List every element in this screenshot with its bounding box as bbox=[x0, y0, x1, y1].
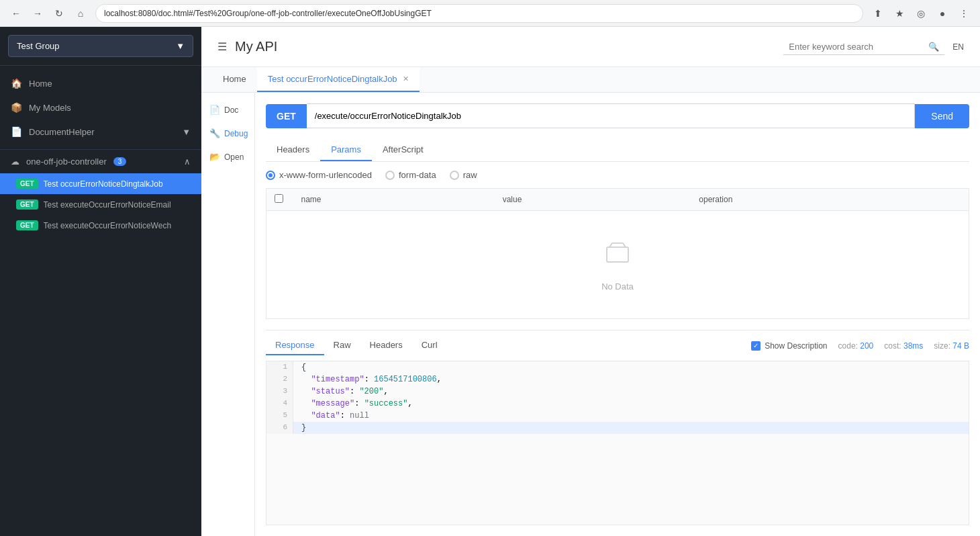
encoding-form-data-label: form-data bbox=[399, 170, 436, 180]
debug-icon: 🔧 bbox=[209, 128, 220, 138]
line-content-3: "status": "200", bbox=[293, 386, 397, 398]
endpoint-label-2: Test executeOccurErrorNoticeWech bbox=[44, 221, 172, 230]
code-line-3: 3 "status": "200", bbox=[266, 386, 969, 398]
address-bar[interactable]: localhost:8080/doc.html#/Test%20Group/on… bbox=[95, 4, 863, 23]
header-right: 🔍 EN bbox=[783, 39, 964, 55]
secondary-nav-open[interactable]: 📂 Open bbox=[201, 145, 254, 169]
response-meta: ✓ Show Description code: 200 cost: 38ms … bbox=[751, 341, 969, 351]
response-section: Response Raw Headers Curl bbox=[266, 330, 969, 525]
main-content: ☰ My API 🔍 EN Home Test occurErrorNotice… bbox=[201, 27, 980, 536]
browser-chrome: ← → ↻ ⌂ localhost:8080/doc.html#/Test%20… bbox=[0, 0, 980, 27]
request-tab-params[interactable]: Params bbox=[320, 139, 372, 161]
reload-button[interactable]: ↻ bbox=[50, 4, 68, 23]
content-area: 📄 Doc 🔧 Debug 📂 Open GET Send bbox=[201, 93, 980, 536]
request-tab-headers-label: Headers bbox=[277, 144, 309, 154]
show-description-checkbox[interactable]: ✓ bbox=[751, 341, 761, 351]
sidebar-header: Test Group ▼ bbox=[0, 27, 201, 66]
models-icon: 📦 bbox=[11, 102, 22, 113]
tab-close-icon[interactable]: ✕ bbox=[403, 75, 409, 83]
search-icon[interactable]: 🔍 bbox=[928, 42, 939, 52]
back-button[interactable]: ← bbox=[7, 4, 26, 23]
params-section: x-www-form-urlencoded form-data raw bbox=[266, 170, 969, 319]
radio-url-encoded-indicator bbox=[266, 171, 275, 180]
show-description-toggle[interactable]: ✓ Show Description bbox=[751, 341, 827, 351]
th-value: value bbox=[495, 189, 691, 211]
chevron-down-icon: ▼ bbox=[176, 41, 185, 51]
browser-menu-button[interactable]: ⋮ bbox=[954, 4, 973, 23]
code-line-6: 6 } bbox=[266, 422, 969, 434]
secondary-nav-debug-label: Debug bbox=[224, 129, 248, 138]
browser-share-button[interactable]: ⬆ bbox=[869, 4, 887, 23]
svg-rect-0 bbox=[607, 247, 628, 262]
th-checkbox bbox=[266, 189, 293, 211]
tab-home[interactable]: Home bbox=[212, 67, 257, 92]
encoding-url-encoded-label: x-www-form-urlencoded bbox=[279, 170, 372, 180]
tab-home-label: Home bbox=[223, 74, 246, 84]
sidebar-item-document-helper-label: DocumentHelper bbox=[29, 127, 95, 137]
group-selector[interactable]: Test Group ▼ bbox=[8, 35, 193, 57]
sidebar-item-my-models[interactable]: 📦 My Models bbox=[0, 95, 201, 120]
request-tab-afterscript-label: AfterScript bbox=[383, 144, 424, 154]
request-tab-afterscript[interactable]: AfterScript bbox=[372, 139, 434, 161]
request-tabs: Headers Params AfterScript bbox=[266, 139, 969, 162]
app-title: My API bbox=[235, 39, 277, 54]
th-operation: operation bbox=[691, 189, 969, 211]
group-selector-label: Test Group bbox=[17, 41, 60, 51]
sidebar-nav: 🏠 Home 📦 My Models 📄 DocumentHelper ▼ bbox=[0, 66, 201, 149]
response-tab-headers-label: Headers bbox=[370, 340, 403, 350]
sidebar-endpoint-0[interactable]: GET Test occurErrorNoticeDingtalkJob bbox=[0, 173, 201, 194]
encoding-raw[interactable]: raw bbox=[450, 170, 477, 180]
table-header-row: name value operation bbox=[266, 189, 969, 211]
app-container: Test Group ▼ 🏠 Home 📦 My Models 📄 Docume… bbox=[0, 27, 980, 536]
request-tab-headers[interactable]: Headers bbox=[266, 139, 320, 161]
endpoint-label-1: Test executeOccurErrorNoticeEmail bbox=[44, 200, 171, 210]
open-icon: 📂 bbox=[209, 152, 220, 162]
home-button[interactable]: ⌂ bbox=[71, 4, 90, 23]
sidebar-endpoint-2[interactable]: GET Test executeOccurErrorNoticeWech bbox=[0, 215, 201, 236]
params-table: name value operation bbox=[266, 188, 969, 211]
browser-bookmark-button[interactable]: ★ bbox=[890, 4, 909, 23]
browser-ext1-button[interactable]: ◎ bbox=[912, 4, 930, 23]
response-tab-response[interactable]: Response bbox=[266, 336, 324, 355]
code-line-2: 2 "timestamp": 1654517100806, bbox=[266, 373, 969, 386]
encoding-form-data[interactable]: form-data bbox=[385, 170, 436, 180]
method-badge-get-1: GET bbox=[16, 199, 38, 210]
secondary-nav-debug[interactable]: 🔧 Debug bbox=[201, 122, 254, 145]
show-description-label: Show Description bbox=[765, 341, 827, 351]
line-num-4: 4 bbox=[266, 398, 293, 410]
select-all-checkbox[interactable] bbox=[275, 194, 283, 203]
request-tab-params-label: Params bbox=[331, 144, 361, 154]
response-tab-raw[interactable]: Raw bbox=[324, 336, 360, 355]
radio-form-data-indicator bbox=[385, 171, 395, 180]
encoding-url-encoded[interactable]: x-www-form-urlencoded bbox=[266, 170, 372, 180]
response-tab-curl[interactable]: Curl bbox=[412, 336, 447, 355]
line-num-6: 6 bbox=[266, 422, 293, 434]
sidebar-item-my-models-label: My Models bbox=[29, 103, 71, 113]
forward-button[interactable]: → bbox=[28, 4, 47, 23]
response-size-label: size: 74 B bbox=[934, 341, 969, 351]
sidebar: Test Group ▼ 🏠 Home 📦 My Models 📄 Docume… bbox=[0, 27, 201, 536]
line-content-1: { bbox=[293, 361, 314, 373]
tab-dingtalk[interactable]: Test occurErrorNoticeDingtalkJob ✕ bbox=[257, 67, 420, 92]
browser-nav-buttons: ← → ↻ ⌂ bbox=[7, 4, 90, 23]
send-button[interactable]: Send bbox=[915, 104, 969, 128]
method-badge-get-2: GET bbox=[16, 220, 38, 230]
hamburger-icon[interactable]: ☰ bbox=[217, 40, 227, 53]
search-input[interactable] bbox=[789, 42, 923, 52]
response-tab-headers[interactable]: Headers bbox=[360, 336, 412, 355]
url-input[interactable] bbox=[307, 103, 916, 128]
home-icon: 🏠 bbox=[11, 78, 22, 89]
sidebar-section-header[interactable]: ☁ one-off-job-controller 3 ∧ bbox=[0, 150, 201, 173]
language-button[interactable]: EN bbox=[952, 42, 964, 52]
sidebar-endpoint-1[interactable]: GET Test executeOccurErrorNoticeEmail bbox=[0, 194, 201, 215]
sidebar-item-home[interactable]: 🏠 Home bbox=[0, 71, 201, 95]
sidebar-item-document-helper[interactable]: 📄 DocumentHelper ▼ bbox=[0, 120, 201, 144]
no-data-text: No Data bbox=[601, 281, 634, 292]
sidebar-section-controller: ☁ one-off-job-controller 3 ∧ GET Test oc… bbox=[0, 149, 201, 236]
code-line-5: 5 "data": null bbox=[266, 410, 969, 422]
browser-ext2-button[interactable]: ● bbox=[933, 4, 952, 23]
method-selector[interactable]: GET bbox=[266, 104, 307, 128]
secondary-nav-doc[interactable]: 📄 Doc bbox=[201, 98, 254, 122]
top-header: ☰ My API 🔍 EN bbox=[201, 27, 980, 67]
doc-icon: 📄 bbox=[209, 105, 220, 115]
